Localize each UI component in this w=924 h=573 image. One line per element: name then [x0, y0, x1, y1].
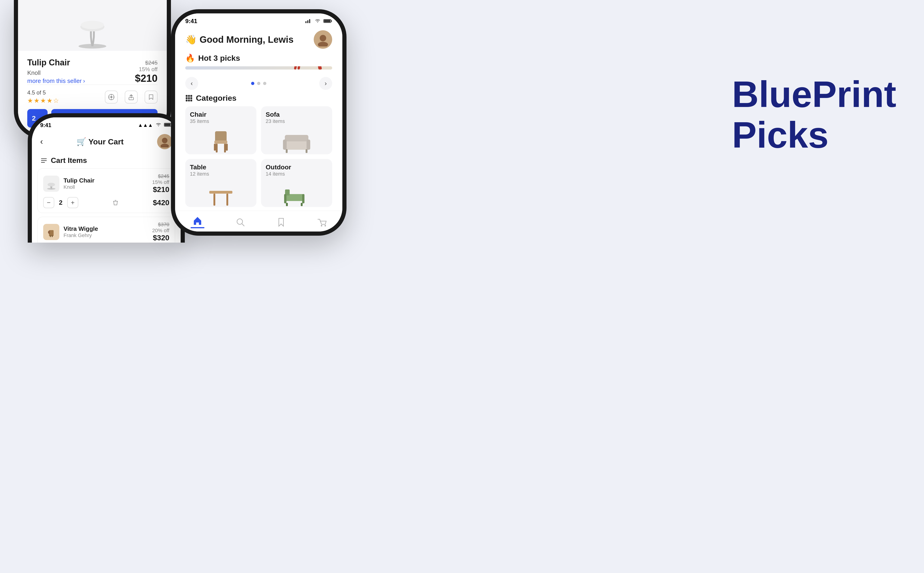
category-outdoor[interactable]: Outdoor 14 items [261, 159, 332, 207]
product-brand: Knoll [27, 69, 85, 77]
item-total: $420 [153, 199, 169, 207]
brand-name: BluePrint Picks [732, 74, 896, 155]
svg-point-40 [318, 42, 328, 47]
nav-bookmark[interactable] [270, 217, 292, 227]
svg-rect-63 [226, 144, 228, 151]
svg-rect-76 [302, 194, 305, 204]
svg-rect-29 [50, 235, 51, 237]
hot-picks-carousel[interactable]: Zenith Curve by Isla Monroe [185, 66, 332, 70]
svg-rect-72 [227, 194, 228, 206]
rating-text: 4.5 of 5 [27, 89, 59, 96]
item-final-price: $210 [152, 185, 169, 194]
svg-rect-33 [305, 21, 306, 23]
bookmark-btn[interactable] [145, 91, 158, 103]
home-header: 👋 Good Morning, Lewis [175, 27, 342, 53]
svg-rect-49 [186, 95, 188, 97]
svg-rect-69 [306, 149, 308, 153]
item-final-price: $320 [152, 233, 169, 242]
cart-emoji: 🛒 [77, 137, 86, 146]
more-seller-link[interactable]: more from this seller › [27, 77, 85, 85]
svg-rect-60 [216, 144, 217, 152]
item-discount: 20% off [152, 228, 169, 233]
nav-search[interactable] [230, 217, 251, 227]
category-chair[interactable]: Chair 35 items [185, 106, 256, 154]
nav-cart[interactable] [311, 217, 333, 227]
category-name: Chair [190, 111, 252, 118]
carousel-prev[interactable]: ‹ [185, 77, 198, 90]
phone-home: 9:41 [171, 9, 347, 236]
svg-point-3 [81, 21, 104, 29]
category-table[interactable]: Table 12 items [185, 159, 256, 207]
status-icons: ▲▲▲ [138, 122, 172, 128]
ar-view-btn[interactable] [105, 91, 118, 103]
svg-rect-54 [190, 97, 192, 99]
status-icons [305, 18, 332, 25]
svg-rect-58 [215, 131, 227, 142]
item-prices: $245 15% off $210 [152, 173, 169, 194]
price-final: $210 [135, 72, 158, 84]
dot-2[interactable] [257, 82, 260, 85]
category-count: 35 items [190, 118, 252, 124]
delete-button[interactable] [110, 197, 121, 208]
svg-rect-50 [188, 95, 190, 97]
product-image-area [18, 0, 167, 51]
status-bar: 9:41 [175, 13, 342, 27]
svg-rect-67 [306, 139, 310, 150]
fire-icon: 🔥 [185, 53, 195, 63]
qty-number: 2 [59, 199, 63, 206]
svg-point-25 [48, 183, 55, 186]
cart-items-list: Tulip Chair Knoll $245 15% off $210 − 2 … [32, 168, 181, 243]
svg-rect-62 [214, 144, 216, 151]
svg-rect-18 [165, 124, 171, 126]
greeting: 👋 Good Morning, Lewis [185, 34, 294, 45]
category-image [190, 179, 252, 207]
action-icons [105, 91, 158, 103]
svg-rect-59 [214, 141, 227, 144]
item-discount: 15% off [152, 179, 169, 185]
item-orig-price: $370 [152, 222, 169, 228]
svg-point-81 [321, 225, 322, 226]
svg-rect-57 [190, 100, 192, 102]
avatar [157, 134, 172, 149]
category-sofa[interactable]: Sofa 23 items [261, 106, 332, 154]
item-thumbnail [43, 175, 59, 192]
dot-1[interactable] [251, 82, 254, 85]
item-name: Vitra Wiggle [64, 225, 148, 232]
svg-rect-65 [285, 135, 308, 141]
carousel-dots [251, 82, 266, 85]
share-btn[interactable] [125, 91, 138, 103]
phone-cart: 9:41 ▲▲▲ ‹ 🛒 Your Cart [28, 113, 185, 243]
qty-increase[interactable]: + [67, 197, 78, 208]
categories-title: Categories [175, 94, 342, 106]
grid-icon [185, 94, 193, 102]
carousel-next[interactable]: › [319, 77, 332, 90]
item-orig-price: $245 [152, 173, 169, 179]
category-count: 23 items [266, 118, 328, 124]
hot-picks-title: 🔥 Hot 3 picks [175, 53, 342, 66]
user-avatar[interactable] [314, 30, 332, 49]
svg-rect-78 [301, 203, 303, 206]
dot-3[interactable] [263, 82, 266, 85]
svg-rect-30 [52, 235, 53, 237]
price-discount: 15% off [135, 66, 158, 72]
signal-icon [305, 18, 312, 25]
svg-point-5 [110, 96, 112, 98]
category-name: Sofa [266, 111, 328, 118]
svg-line-42 [316, 66, 319, 68]
svg-point-79 [237, 219, 242, 224]
product-title: Tulip Chair [27, 58, 85, 67]
quantity-value: 2 [32, 114, 36, 122]
svg-rect-68 [286, 149, 288, 153]
cart-item: Tulip Chair Knoll $245 15% off $210 − 2 … [38, 168, 175, 213]
battery-icon [324, 18, 332, 25]
qty-decrease[interactable]: − [43, 197, 54, 208]
item-name: Tulip Chair [64, 177, 148, 184]
svg-rect-53 [188, 97, 190, 99]
nav-indicator [191, 227, 205, 228]
svg-point-82 [325, 225, 326, 226]
carousel-slide: Zenith Curve by Isla Monroe [185, 66, 332, 70]
item-info: Tulip Chair Knoll [64, 177, 148, 190]
back-button[interactable]: ‹ [40, 137, 43, 147]
nav-home[interactable] [185, 216, 210, 228]
price-original: $245 [135, 59, 158, 66]
